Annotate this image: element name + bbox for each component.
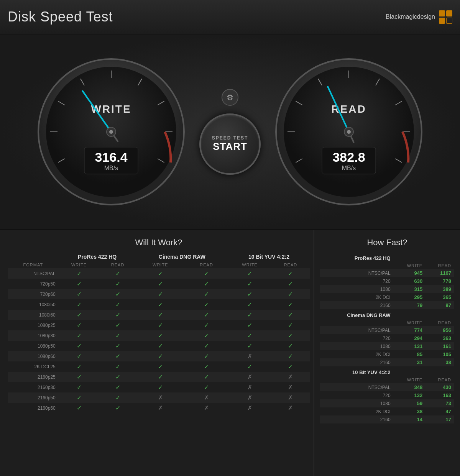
cross-icon: ✗ xyxy=(204,394,209,401)
check-cell: ✓ xyxy=(271,279,310,289)
read-value: 778 xyxy=(426,277,454,285)
checkmark-icon: ✓ xyxy=(204,312,209,318)
checkmark-icon: ✓ xyxy=(288,312,293,318)
how-fast-title: How Fast? xyxy=(320,238,454,248)
check-cell: ✓ xyxy=(228,268,271,279)
checkmark-icon: ✓ xyxy=(204,353,209,359)
pr-write-header: WRITE xyxy=(59,261,100,268)
checkmark-icon: ✓ xyxy=(158,322,163,328)
section-name: ProRes 422 HQ xyxy=(320,252,394,262)
checkmark-icon: ✓ xyxy=(247,270,252,277)
write-value: 774 xyxy=(394,326,426,334)
write-value: 295 xyxy=(394,293,426,301)
check-cell: ✓ xyxy=(59,289,100,299)
check-cell: ✓ xyxy=(185,310,228,320)
checkmark-icon: ✓ xyxy=(115,332,120,339)
cross-icon: ✗ xyxy=(288,405,293,411)
format-cell: 2K DCI 25 xyxy=(8,361,59,372)
check-cell: ✓ xyxy=(136,351,185,361)
check-cell: ✗ xyxy=(271,382,310,392)
check-cell: ✗ xyxy=(271,372,310,382)
check-cell: ✓ xyxy=(271,268,310,279)
check-cell: ✓ xyxy=(185,341,228,351)
check-cell: ✓ xyxy=(271,299,310,310)
check-cell: ✓ xyxy=(185,289,228,299)
check-cell: ✓ xyxy=(136,320,185,330)
gauges-section: WRITE 316.4 MB/s xyxy=(0,34,460,230)
check-cell: ✓ xyxy=(136,268,185,279)
format-col-header xyxy=(8,252,59,261)
start-label: START xyxy=(213,141,247,153)
settings-button[interactable]: ⚙ xyxy=(222,89,238,106)
cross-icon: ✗ xyxy=(288,394,293,401)
check-cell: ✗ xyxy=(271,403,310,413)
check-cell: ✓ xyxy=(271,341,310,351)
format-cell: 720p50 xyxy=(8,279,59,289)
how-fast-table: ProRes 422 HQWRITEREADNTSC/PAL9451167720… xyxy=(320,252,454,423)
checkmark-icon: ✓ xyxy=(115,374,120,380)
read-col-header: READ xyxy=(426,262,454,269)
checkmark-icon: ✓ xyxy=(288,291,293,297)
cross-icon: ✗ xyxy=(247,405,252,411)
brand-name: Blackmagicdesign xyxy=(386,13,435,20)
check-cell: ✓ xyxy=(185,299,228,310)
list-item: 720294363 xyxy=(320,334,454,342)
format-cell: 1080p25 xyxy=(8,320,59,330)
checkmark-icon: ✓ xyxy=(288,363,293,370)
svg-text:MB/s: MB/s xyxy=(104,165,118,171)
read-gauge: READ 382.8 MB/s xyxy=(268,51,429,212)
checkmark-icon: ✓ xyxy=(77,363,82,370)
check-cell: ✓ xyxy=(136,279,185,289)
checkmark-icon: ✓ xyxy=(158,363,163,370)
list-item: 2K DCI295365 xyxy=(320,293,454,301)
checkmark-icon: ✓ xyxy=(158,312,163,318)
cd-read-header: READ xyxy=(185,261,228,268)
checkmark-icon: ✓ xyxy=(77,405,82,411)
check-cell: ✓ xyxy=(228,330,271,341)
check-cell: ✓ xyxy=(185,279,228,289)
table-row: 1080p30✓✓✓✓✓✓ xyxy=(8,330,310,341)
check-cell: ✓ xyxy=(271,351,310,361)
row-label: 720 xyxy=(320,391,394,399)
format-cell: 1080p30 xyxy=(8,330,59,341)
start-button[interactable]: SPEED TEST START xyxy=(199,113,261,175)
checkmark-icon: ✓ xyxy=(115,270,120,277)
section-header-row: Cinema DNG RAW xyxy=(320,309,454,319)
row-label: 2K DCI xyxy=(320,407,394,415)
check-cell: ✓ xyxy=(185,382,228,392)
check-cell: ✓ xyxy=(100,289,136,299)
read-value: 1167 xyxy=(426,269,454,277)
read-value: 161 xyxy=(426,342,454,350)
check-cell: ✓ xyxy=(185,268,228,279)
check-cell: ✓ xyxy=(100,299,136,310)
format-cell: 1080i60 xyxy=(8,310,59,320)
check-cell: ✓ xyxy=(136,382,185,392)
checkmark-icon: ✓ xyxy=(158,343,163,349)
format-cell: 2160p25 xyxy=(8,372,59,382)
read-value: 365 xyxy=(426,293,454,301)
check-cell: ✗ xyxy=(228,403,271,413)
check-cell: ✓ xyxy=(228,341,271,351)
table-row: NTSC/PAL✓✓✓✓✓✓ xyxy=(8,268,310,279)
row-label: NTSC/PAL xyxy=(320,326,394,334)
checkmark-icon: ✓ xyxy=(158,353,163,359)
list-item: NTSC/PAL348430 xyxy=(320,383,454,391)
will-it-work-title: Will It Work? xyxy=(8,238,310,248)
list-item: 10805973 xyxy=(320,399,454,407)
checkmark-icon: ✓ xyxy=(288,281,293,287)
check-cell: ✓ xyxy=(100,382,136,392)
will-it-work-table: ProRes 422 HQ Cinema DNG RAW 10 Bit YUV … xyxy=(8,252,310,413)
row-label: 1080 xyxy=(320,399,394,407)
sq1 xyxy=(439,10,445,16)
check-cell: ✗ xyxy=(136,403,185,413)
empty-header xyxy=(320,376,394,383)
read-value: 47 xyxy=(426,407,454,415)
check-cell: ✓ xyxy=(136,289,185,299)
write-value: 79 xyxy=(394,301,426,309)
write-col-header: WRITE xyxy=(394,262,426,269)
checkmark-icon: ✓ xyxy=(77,270,82,277)
check-cell: ✓ xyxy=(228,299,271,310)
check-cell: ✓ xyxy=(136,310,185,320)
read-value: 97 xyxy=(426,301,454,309)
list-item: 720630778 xyxy=(320,277,454,285)
